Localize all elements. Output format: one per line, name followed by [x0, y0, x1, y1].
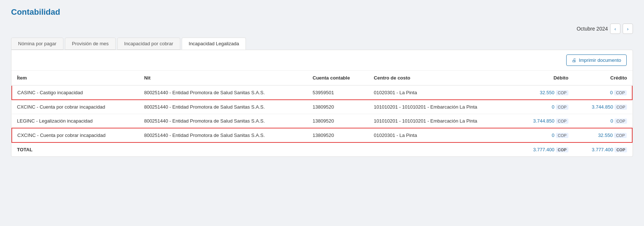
- col-header-debito: Débito: [515, 71, 574, 85]
- item-cell: CXCINC - Cuenta por cobrar incapacidad: [12, 128, 139, 142]
- centro-cell: 01020301 - La Pinta: [369, 128, 515, 142]
- debito-value: 0: [552, 104, 554, 110]
- tab-nomina[interactable]: Nómina por pagar: [11, 38, 63, 50]
- col-header-credito: Crédito: [574, 71, 632, 85]
- credito-cell: 32.550COP: [574, 128, 632, 142]
- debito-cell: 3.744.850COP: [515, 114, 574, 128]
- total-credito-currency: COP: [615, 147, 627, 152]
- credito-value: 32.550: [598, 133, 613, 138]
- credito-cell: 3.744.850COP: [574, 100, 632, 114]
- total-credito-value: 3.777.400: [592, 147, 613, 152]
- table-body: CASINC - Castigo incapacidad800251440 - …: [12, 85, 632, 156]
- cuenta-cell: 13809520: [307, 100, 369, 114]
- centro-cell: 01020301 - La Pinta: [369, 85, 515, 100]
- debito-value: 0: [552, 133, 554, 138]
- nit-cell: 800251440 - Entidad Promotora de Salud S…: [139, 100, 307, 114]
- month-nav: Octubre 2024 ‹ ›: [577, 24, 633, 34]
- cuenta-cell: 13809520: [307, 114, 369, 128]
- credito-currency: COP: [614, 90, 627, 95]
- print-button[interactable]: 🖨 Imprimir documento: [566, 54, 627, 66]
- accounting-table: ÍtemNitCuenta contableCentro de costoDéb…: [11, 71, 633, 156]
- debito-cell: 0COP: [515, 100, 574, 114]
- toolbar: 🖨 Imprimir documento: [11, 50, 633, 71]
- cuenta-cell: 53959501: [307, 85, 369, 100]
- next-month-button[interactable]: ›: [623, 24, 633, 34]
- item-cell: LEGINC - Legalización incapacidad: [12, 114, 139, 128]
- col-header-nit: Nit: [139, 71, 307, 85]
- table-row: LEGINC - Legalización incapacidad8002514…: [12, 114, 632, 128]
- total-credito: 3.777.400COP: [574, 142, 632, 156]
- page-title: Contabilidad: [11, 7, 633, 17]
- top-bar: Octubre 2024 ‹ ›: [11, 24, 633, 34]
- prev-month-button[interactable]: ‹: [610, 24, 620, 34]
- debito-currency: COP: [556, 105, 568, 110]
- total-debito-currency: COP: [556, 147, 568, 152]
- col-header-centro: Centro de costo: [369, 71, 515, 85]
- printer-icon: 🖨: [572, 57, 577, 63]
- table-row: CXCINC - Cuenta por cobrar incapacidad80…: [12, 128, 632, 142]
- table-row: CASINC - Castigo incapacidad800251440 - …: [12, 85, 632, 100]
- centro-cell: 101010201 - 101010201 - Embarcación La P…: [369, 114, 515, 128]
- total-row: TOTAL3.777.400COP3.777.400COP: [12, 142, 632, 156]
- debito-currency: COP: [556, 133, 568, 138]
- total-debito: 3.777.400COP: [515, 142, 574, 156]
- month-label: Octubre 2024: [577, 26, 608, 32]
- table-header: ÍtemNitCuenta contableCentro de costoDéb…: [12, 71, 632, 85]
- debito-value: 3.744.850: [533, 118, 554, 124]
- credito-currency: COP: [614, 133, 627, 138]
- credito-value: 0: [610, 90, 613, 95]
- debito-cell: 32.550COP: [515, 85, 574, 100]
- col-header-cuenta: Cuenta contable: [307, 71, 369, 85]
- credito-value: 3.744.850: [592, 104, 613, 110]
- debito-cell: 0COP: [515, 128, 574, 142]
- debito-currency: COP: [556, 90, 568, 95]
- tab-incapacidad-legalizada[interactable]: Incapacidad Legalizada: [182, 38, 246, 50]
- credito-cell: 0COP: [574, 85, 632, 100]
- credito-currency: COP: [615, 105, 627, 110]
- tabs-row: Nómina por pagarProvisión de mesIncapaci…: [11, 38, 633, 50]
- col-header-item: Ítem: [12, 71, 139, 85]
- item-cell: CASINC - Castigo incapacidad: [12, 85, 139, 100]
- tab-provision[interactable]: Provisión de mes: [65, 38, 116, 50]
- debito-currency: COP: [556, 119, 568, 124]
- debito-value: 32.550: [540, 90, 554, 95]
- tab-incapacidad-cobrar[interactable]: Incapacidad por cobrar: [117, 38, 180, 50]
- print-label: Imprimir documento: [579, 57, 621, 63]
- table-row: CXCINC - Cuenta por cobrar incapacidad80…: [12, 100, 632, 114]
- nit-cell: 800251440 - Entidad Promotora de Salud S…: [139, 114, 307, 128]
- nit-cell: 800251440 - Entidad Promotora de Salud S…: [139, 128, 307, 142]
- content-area: 🖨 Imprimir documento ÍtemNitCuenta conta…: [11, 50, 633, 157]
- total-debito-value: 3.777.400: [533, 147, 554, 152]
- credito-currency: COP: [615, 119, 627, 124]
- centro-cell: 101010201 - 101010201 - Embarcación La P…: [369, 100, 515, 114]
- item-cell: CXCINC - Cuenta por cobrar incapacidad: [12, 100, 139, 114]
- total-label: TOTAL: [12, 142, 515, 156]
- nit-cell: 800251440 - Entidad Promotora de Salud S…: [139, 85, 307, 100]
- credito-value: 0: [610, 118, 613, 124]
- credito-cell: 0COP: [574, 114, 632, 128]
- cuenta-cell: 13809520: [307, 128, 369, 142]
